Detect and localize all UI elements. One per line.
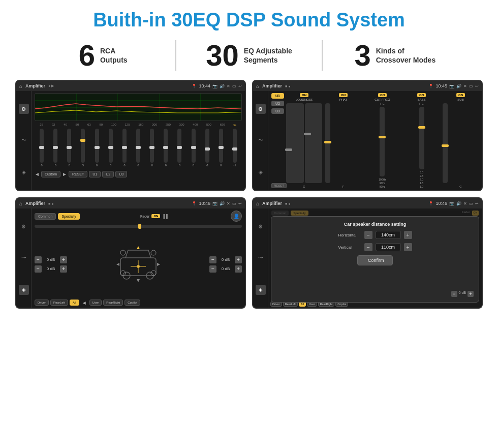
sidebar-eq-icon[interactable]: ⚙: [19, 104, 29, 114]
vol-fl-minus[interactable]: −: [35, 256, 42, 263]
cutfreq-on-badge: ON: [378, 93, 387, 97]
fader-sidebar-wave[interactable]: 〜: [19, 253, 29, 263]
distance-window-icon: ▭: [469, 201, 473, 206]
eq-next-btn[interactable]: ►: [62, 171, 67, 177]
dialog-vol-plus1[interactable]: +: [468, 291, 474, 297]
back-icon[interactable]: ↩: [238, 84, 242, 88]
u2-button[interactable]: U2: [271, 101, 284, 106]
eq-slider-8[interactable]: 0: [146, 129, 158, 167]
eq-slider-5[interactable]: 0: [105, 129, 117, 167]
fader-back-icon[interactable]: ↩: [238, 201, 242, 206]
eq-slider-1[interactable]: 0: [49, 129, 61, 167]
fader-specialty-tab[interactable]: Specialty: [58, 213, 79, 220]
vol-rr-plus[interactable]: +: [235, 265, 242, 273]
fader-volume-icon: 🔊: [220, 201, 225, 206]
driver-btn[interactable]: Driver: [35, 300, 49, 306]
distance-back-icon[interactable]: ↩: [475, 201, 479, 206]
profile-icon[interactable]: 👤: [231, 211, 242, 222]
distance-body: ⚙ 〜 ◈ Common Specialty Fader ON 🚗: [253, 208, 482, 308]
xover-cutfreq: ON CUT FREQ F G 100Hz 90Hz 80Hz: [364, 93, 400, 188]
fader-home-icon[interactable]: ⌂: [19, 201, 22, 206]
confirm-button[interactable]: Confirm: [357, 255, 393, 265]
vertical-minus-btn[interactable]: −: [364, 243, 372, 251]
eq-slider-0[interactable]: 0: [36, 129, 48, 167]
eq-u2-btn[interactable]: U2: [102, 171, 114, 177]
eq-slider-12[interactable]: -1: [201, 129, 213, 167]
fader-window-icon: ▭: [232, 201, 236, 206]
fader-common-tab[interactable]: Common: [35, 213, 56, 220]
crossover-reset-btn[interactable]: RESET: [271, 183, 287, 188]
home-icon[interactable]: ⌂: [19, 83, 22, 89]
vol-row-rl: − 0 dB +: [35, 265, 67, 273]
close-icon[interactable]: ✕: [227, 84, 230, 88]
distance-home-icon[interactable]: ⌂: [256, 201, 259, 206]
vol-rr-minus[interactable]: −: [209, 265, 216, 273]
distance-sidebar: ⚙ 〜 ◈: [253, 208, 268, 308]
rearright-btn[interactable]: RearRight: [103, 300, 123, 306]
eq-slider-3[interactable]: 5: [77, 129, 89, 167]
fader-bottom-row: Driver RearLeft All ◄ User RearRight Cop…: [35, 300, 242, 306]
fader-body: ⚙ 〜 ◈ Common Specialty Fader ON ▌▌ 👤: [16, 208, 245, 308]
screens-grid: ⌂ Amplifier ● ▶ 📍 10:44 📷 🔊 ✕ ▭ ↩ ⚙ 〜 ◈: [0, 78, 498, 314]
user-btn[interactable]: User: [89, 300, 102, 306]
fader-h-sliders: [35, 224, 242, 229]
loudness-value: G: [303, 185, 305, 188]
eq-time: 10:44: [199, 83, 210, 88]
horizontal-minus-btn[interactable]: −: [364, 231, 372, 239]
fader-close-icon[interactable]: ✕: [227, 201, 230, 206]
eq-u3-btn[interactable]: U3: [115, 171, 127, 177]
crossover-close-icon[interactable]: ✕: [463, 84, 467, 88]
fader-h-track[interactable]: [35, 225, 242, 228]
fader-sidebar-speaker[interactable]: ◈: [19, 285, 29, 295]
distance-dialog: Car speaker distance setting Horizontal …: [271, 216, 479, 303]
eq-slider-13[interactable]: 0: [215, 129, 227, 167]
vol-rl-plus[interactable]: +: [60, 265, 67, 273]
distance-sidebar-wave[interactable]: 〜: [256, 253, 266, 263]
crossover-topbar-icons-left: ■ ●: [285, 84, 290, 88]
u3-button[interactable]: U3: [271, 108, 284, 114]
distance-sidebar-speaker[interactable]: ◈: [256, 285, 266, 295]
crossover-back-icon[interactable]: ↩: [475, 84, 479, 88]
rearleft-btn[interactable]: RearLeft: [50, 300, 68, 306]
eq-u1-btn[interactable]: U1: [89, 171, 101, 177]
vol-fr-plus[interactable]: +: [235, 256, 242, 263]
eq-sliders: 0 0 0 5 0: [35, 129, 242, 167]
all-btn[interactable]: All: [70, 300, 79, 306]
dialog-vol-minus1[interactable]: −: [451, 291, 457, 297]
horizontal-plus-btn[interactable]: +: [404, 231, 412, 239]
crossover-body: ⚙ 〜 ◈ U1 U2 U3 RESET ON LOUDNESS: [253, 91, 482, 190]
xover-phat: ON PHAT F: [325, 93, 361, 188]
sidebar-speaker-icon[interactable]: ◈: [19, 167, 29, 177]
vol-fr-minus[interactable]: −: [209, 256, 216, 263]
vol-row-fr: − 0 dB +: [209, 256, 242, 263]
eq-prev-btn[interactable]: ◄: [35, 171, 40, 177]
eq-freq-labels: 253240506380100125160200250320400500630 …: [35, 123, 242, 127]
eq-slider-11[interactable]: 0: [188, 129, 200, 167]
eq-slider-10[interactable]: 0: [173, 129, 185, 167]
u1-button[interactable]: U1: [271, 93, 284, 99]
eq-slider-6[interactable]: 0: [118, 129, 131, 167]
eq-slider-14[interactable]: -1: [229, 129, 241, 167]
fader-sidebar-eq[interactable]: ⚙: [19, 221, 29, 231]
crossover-sidebar-speaker[interactable]: ◈: [256, 167, 266, 177]
eq-topbar-dots: ● ▶: [48, 84, 54, 88]
left-arrow[interactable]: ◄: [82, 300, 87, 306]
vol-fl-plus[interactable]: +: [60, 256, 67, 263]
eq-custom-btn[interactable]: Custom: [41, 171, 60, 177]
eq-slider-4[interactable]: 0: [91, 129, 103, 167]
distance-sidebar-eq[interactable]: ⚙: [256, 221, 266, 231]
distance-close-icon[interactable]: ✕: [463, 201, 467, 206]
eq-slider-9[interactable]: 0: [160, 129, 172, 167]
eq-slider-7[interactable]: 0: [132, 129, 144, 167]
vol-rl-minus[interactable]: −: [35, 265, 42, 273]
vertical-plus-btn[interactable]: +: [404, 243, 412, 251]
crossover-sidebar-wave[interactable]: 〜: [256, 135, 266, 145]
crossover-home-icon[interactable]: ⌂: [256, 83, 259, 89]
crossover-location-icon: 📍: [428, 84, 433, 88]
eq-slider-2[interactable]: 0: [63, 129, 75, 167]
copilot-btn[interactable]: Copilot: [124, 300, 140, 306]
eq-reset-btn[interactable]: RESET: [69, 171, 87, 177]
crossover-sidebar-eq[interactable]: ⚙: [256, 104, 266, 114]
sidebar-wave-icon[interactable]: 〜: [19, 135, 29, 145]
horizontal-label: Horizontal: [338, 233, 361, 237]
